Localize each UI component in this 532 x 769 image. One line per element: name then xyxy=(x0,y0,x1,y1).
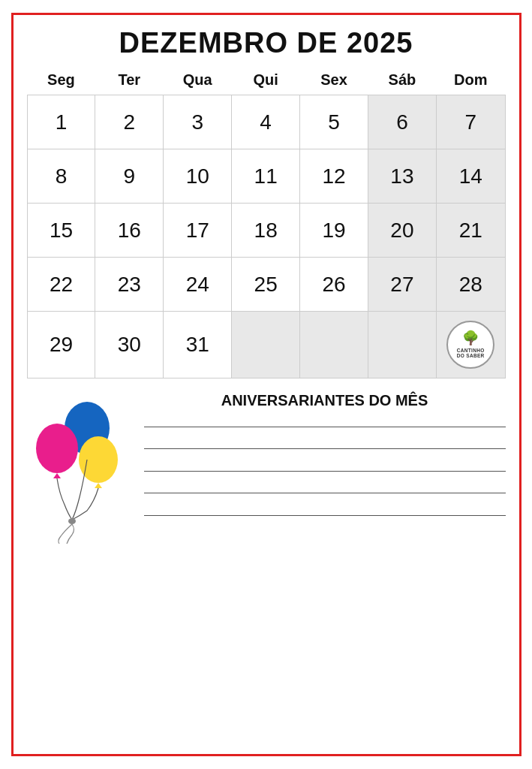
calendar-table: SegTerQuaQuiSexSábDom 123456789101112131… xyxy=(27,67,506,378)
calendar-day-cell: 2 xyxy=(95,95,164,149)
logo-badge: 🌳CANTINHODO SABER xyxy=(446,321,494,369)
calendar-day-cell: 26 xyxy=(300,258,368,312)
weekday-header-cell: Qui xyxy=(232,67,300,95)
svg-marker-5 xyxy=(95,483,102,488)
svg-point-4 xyxy=(79,436,118,483)
calendar-day-cell: 7 xyxy=(436,95,505,149)
birthday-line xyxy=(144,426,506,427)
weekday-header-cell: Sex xyxy=(300,67,368,95)
birthday-title: ANIVERSARIANTES DO MÊS xyxy=(144,392,506,409)
birthday-line xyxy=(144,470,506,472)
calendar-day-cell: 24 xyxy=(164,258,232,312)
calendar-day-cell: 28 xyxy=(436,258,505,312)
calendar-day-cell: 17 xyxy=(164,204,232,258)
calendar-day-cell: 15 xyxy=(27,204,95,258)
weekday-header-cell: Qua xyxy=(164,67,232,95)
svg-point-6 xyxy=(68,518,76,524)
calendar-day-cell: 12 xyxy=(300,149,368,204)
calendar-day-cell: 18 xyxy=(232,204,300,258)
calendar-day-cell: 8 xyxy=(27,149,95,204)
birthday-lines xyxy=(144,426,506,516)
calendar-day-cell: 27 xyxy=(368,258,436,312)
calendar-day-cell: 🌳CANTINHODO SABER xyxy=(436,312,505,378)
calendar-day-cell: 16 xyxy=(95,204,164,258)
calendar-day-cell: 3 xyxy=(164,95,232,149)
birthday-area: ANIVERSARIANTES DO MÊS xyxy=(144,392,506,516)
calendar-day-cell: 23 xyxy=(95,258,164,312)
calendar-day-cell xyxy=(300,312,368,378)
svg-point-2 xyxy=(36,424,78,473)
calendar-day-cell: 22 xyxy=(27,258,95,312)
weekday-header-cell: Dom xyxy=(436,67,505,95)
calendar-day-cell: 5 xyxy=(300,95,368,149)
calendar-day-cell: 21 xyxy=(436,204,505,258)
calendar-day-cell: 30 xyxy=(95,312,164,378)
birthday-line xyxy=(144,514,506,516)
bottom-section: ANIVERSARIANTES DO MÊS xyxy=(27,392,506,740)
calendar-day-cell: 9 xyxy=(95,149,164,204)
calendar-day-cell: 1 xyxy=(27,95,95,149)
calendar-page: DEZEMBRO DE 2025 SegTerQuaQuiSexSábDom 1… xyxy=(11,13,521,756)
calendar-day-cell: 10 xyxy=(164,149,232,204)
calendar-day-cell: 19 xyxy=(300,204,368,258)
svg-marker-3 xyxy=(53,473,61,478)
weekday-header-cell: Ter xyxy=(95,67,164,95)
birthday-line xyxy=(144,448,506,450)
balloons-illustration xyxy=(31,400,128,550)
calendar-day-cell: 13 xyxy=(368,149,436,204)
calendar-day-cell: 29 xyxy=(27,312,95,378)
calendar-day-cell: 20 xyxy=(368,204,436,258)
calendar-day-cell xyxy=(232,312,300,378)
calendar-day-cell xyxy=(368,312,436,378)
birthday-line xyxy=(144,493,506,494)
balloons-area xyxy=(27,392,132,550)
calendar-day-cell: 4 xyxy=(232,95,300,149)
page-title: DEZEMBRO DE 2025 xyxy=(27,27,506,59)
weekday-header-cell: Sáb xyxy=(368,67,436,95)
calendar-day-cell: 11 xyxy=(232,149,300,204)
calendar-day-cell: 31 xyxy=(164,312,232,378)
calendar-day-cell: 25 xyxy=(232,258,300,312)
weekday-header-cell: Seg xyxy=(27,67,95,95)
calendar-day-cell: 6 xyxy=(368,95,436,149)
calendar-day-cell: 14 xyxy=(436,149,505,204)
